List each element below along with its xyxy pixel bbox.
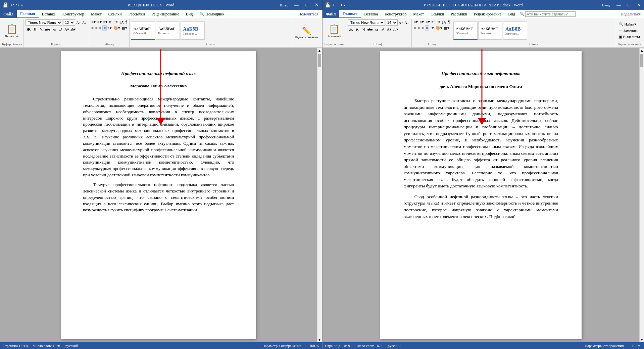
align-center-btn[interactable]: ≡ bbox=[95, 26, 98, 31]
right-pilcrow-btn[interactable]: ¶ bbox=[447, 19, 450, 25]
edit-btn[interactable]: ✏️ Редактирование bbox=[294, 25, 320, 41]
qat-dropdown-icon[interactable]: ▾ bbox=[21, 3, 23, 7]
right-list-bullet-btn[interactable]: ≡▾ bbox=[413, 19, 419, 25]
left-tab-file[interactable]: Файл bbox=[0, 10, 17, 18]
left-tab-view[interactable]: Вид bbox=[183, 10, 196, 18]
left-tab-insert[interactable]: Вставка bbox=[39, 10, 59, 18]
right-line-spacing-btn[interactable]: ↕▾ bbox=[430, 26, 435, 30]
right-style-normal[interactable]: АаБбВвГ Обычный bbox=[453, 21, 478, 40]
strikethrough-btn[interactable]: abc bbox=[45, 26, 51, 32]
right-scroll-down-btn[interactable]: ▼ bbox=[640, 337, 644, 342]
pilcrow-btn[interactable]: ¶ bbox=[125, 19, 128, 25]
right-select-btn[interactable]: ▣Выделить▾ bbox=[617, 34, 642, 40]
scroll-thumb[interactable] bbox=[318, 54, 321, 67]
right-superscript-btn[interactable]: x² bbox=[380, 26, 386, 32]
list-multi-btn[interactable]: ≡▾ bbox=[103, 19, 108, 25]
left-tab-helper[interactable]: 🔍 Помощник bbox=[196, 10, 228, 18]
subscript-btn[interactable]: x₂ bbox=[51, 26, 57, 32]
right-tab-file[interactable]: Файл bbox=[323, 10, 339, 18]
right-signin[interactable]: Вход bbox=[600, 3, 612, 7]
right-tab-refs[interactable]: Ссылки bbox=[427, 10, 447, 18]
right-italic-btn[interactable]: К bbox=[354, 26, 360, 32]
scroll-down-btn[interactable]: ▼ bbox=[317, 337, 322, 342]
right-shading-btn[interactable]: 🎨▾ bbox=[435, 26, 443, 30]
indent-decrease-btn[interactable]: ⇤ bbox=[108, 19, 113, 25]
paste-btn[interactable]: 📋 Вставить▾ bbox=[5, 23, 19, 39]
right-subscript-btn[interactable]: x₂ bbox=[374, 26, 380, 32]
scroll-up-btn[interactable]: ▲ bbox=[317, 48, 322, 53]
right-style-heading[interactable]: АаБбВ Заголово... bbox=[503, 21, 527, 40]
redo-icon[interactable]: ↪ bbox=[15, 2, 20, 8]
left-fontsize-select[interactable]: 12 bbox=[63, 19, 75, 26]
align-left-btn[interactable]: ≡ bbox=[91, 26, 94, 31]
fontsize-grow-btn[interactable]: A↑ bbox=[76, 20, 81, 25]
sort-btn[interactable]: ↕A bbox=[118, 20, 124, 24]
right-params-status[interactable]: Параметры отображения bbox=[585, 344, 624, 348]
right-align-left-btn[interactable]: ≡ bbox=[413, 26, 417, 31]
right-list-multi-btn[interactable]: ≡▾ bbox=[425, 19, 431, 25]
right-undo-icon[interactable]: ↩ bbox=[332, 2, 337, 8]
right-tab-design[interactable]: Конструктор bbox=[381, 10, 410, 18]
left-scrollbar[interactable]: ▲ ▼ bbox=[317, 48, 322, 342]
right-share-btn[interactable]: Поделиться bbox=[617, 10, 644, 18]
left-tab-refs[interactable]: Ссылки bbox=[105, 10, 125, 18]
style-heading[interactable]: АаБбВ Заголово... bbox=[181, 21, 205, 40]
italic-btn[interactable]: К bbox=[32, 26, 38, 32]
underline-btn[interactable]: Ч bbox=[38, 26, 44, 32]
left-close-btn[interactable]: ✕ bbox=[311, 0, 322, 10]
style-normal[interactable]: АаБбВвГ Обычный bbox=[131, 21, 155, 40]
fontsize-shrink-btn[interactable]: A↓ bbox=[82, 20, 87, 25]
right-minimize-btn[interactable]: — bbox=[613, 0, 624, 10]
superscript-btn[interactable]: x² bbox=[57, 26, 63, 32]
left-maximize-btn[interactable]: □ bbox=[302, 0, 311, 10]
right-borders-btn[interactable]: ▦▾ bbox=[443, 26, 450, 30]
right-save-icon[interactable]: 💾 bbox=[324, 2, 332, 8]
right-indent-decrease-btn[interactable]: ⇤ bbox=[431, 19, 436, 25]
right-underline-btn[interactable]: Ч bbox=[361, 26, 367, 32]
left-minimize-btn[interactable]: — bbox=[291, 0, 302, 10]
shading-btn[interactable]: 🎨▾ bbox=[113, 26, 121, 30]
right-tab-home[interactable]: Главная bbox=[339, 10, 361, 18]
list-bullet-btn[interactable]: ≡▾ bbox=[91, 19, 96, 25]
style-nospace[interactable]: АаБбВвГ Без инте... bbox=[156, 21, 180, 40]
left-tab-home[interactable]: Главная bbox=[17, 10, 39, 18]
left-tab-design[interactable]: Конструктор bbox=[59, 10, 88, 18]
right-scroll-up-btn[interactable]: ▲ bbox=[640, 48, 644, 53]
right-tab-mailings[interactable]: Рассылки bbox=[447, 10, 470, 18]
left-tab-review[interactable]: Рецензирование bbox=[148, 10, 183, 18]
borders-btn[interactable]: ▦▾ bbox=[121, 26, 128, 30]
line-spacing-btn[interactable]: ↕▾ bbox=[107, 26, 112, 30]
left-signin[interactable]: Вход bbox=[278, 3, 290, 7]
highlight-btn[interactable]: ab▾ bbox=[70, 26, 76, 32]
right-fontsize-select[interactable]: 14 bbox=[386, 19, 398, 26]
right-align-justify-btn[interactable]: ≡ bbox=[425, 25, 429, 31]
right-scroll-thumb[interactable] bbox=[640, 54, 643, 67]
right-tab-insert[interactable]: Вставка bbox=[361, 10, 381, 18]
right-maximize-btn[interactable]: □ bbox=[624, 0, 634, 10]
right-bold-btn[interactable]: Ж bbox=[348, 26, 354, 32]
left-params-status[interactable]: Параметры отображения bbox=[262, 344, 301, 348]
right-tab-view[interactable]: Вид bbox=[505, 10, 518, 18]
right-style-nospace[interactable]: АаБбВвГ Без инте... bbox=[478, 21, 502, 40]
align-right-btn[interactable]: ≡ bbox=[99, 26, 102, 31]
right-fontsize-shrink-btn[interactable]: A↓ bbox=[404, 20, 409, 25]
text-color-btn[interactable]: A▾ bbox=[64, 26, 70, 32]
undo-icon[interactable]: ↩ bbox=[10, 2, 15, 8]
align-justify-btn[interactable]: ≡ bbox=[102, 25, 107, 31]
right-redo-icon[interactable]: ↪ bbox=[338, 2, 343, 8]
right-list-number-btn[interactable]: ≡▾ bbox=[419, 19, 425, 25]
right-strikethrough-btn[interactable]: abc bbox=[367, 26, 373, 32]
right-highlight-btn[interactable]: ab▾ bbox=[393, 26, 399, 32]
left-tab-layout[interactable]: Макет bbox=[88, 10, 105, 18]
left-font-select[interactable]: Times New Roman bbox=[26, 19, 62, 26]
right-scrollbar[interactable]: ▲ ▼ bbox=[639, 48, 644, 342]
left-share-btn[interactable]: Поделиться bbox=[295, 10, 322, 18]
save-icon[interactable]: 💾 bbox=[1, 2, 9, 8]
right-paste-btn[interactable]: 📋 Вставить▾ bbox=[327, 23, 342, 39]
right-align-center-btn[interactable]: ≡ bbox=[417, 26, 420, 31]
right-qat-dropdown-icon[interactable]: ▾ bbox=[344, 3, 345, 7]
right-font-select[interactable]: Times New Roman bbox=[348, 19, 385, 26]
right-text-color-btn[interactable]: A▾ bbox=[386, 26, 392, 32]
list-number-btn[interactable]: ≡▾ bbox=[97, 19, 102, 25]
right-tab-review[interactable]: Рецензирование bbox=[470, 10, 505, 18]
